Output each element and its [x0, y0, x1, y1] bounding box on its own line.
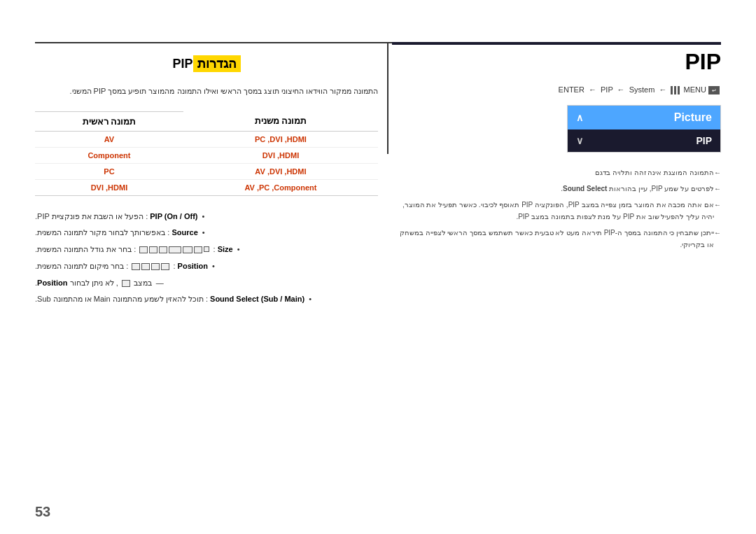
- size-icons: [139, 246, 209, 253]
- top-right-accent-line: [392, 42, 721, 45]
- bullet-text: Source : באפשרותך לבחור מקור לתמונה המשנ…: [35, 226, 198, 240]
- nav-arrow3: ←: [659, 85, 666, 94]
- mode-icon: [122, 280, 130, 287]
- keyword-size: Size: [218, 245, 233, 253]
- table-row: AV PC ,DVI ,HDMI: [35, 131, 378, 147]
- note-item: לפרטים על שמע PIP, עיין בהוראות Sound Se…: [392, 183, 721, 195]
- bullet-text: PIP (On / Off) : הפעל או השבת את פונקציי…: [35, 210, 198, 224]
- note-text-4: ייתכן שתבחין כי התמונה במסך ה-PIP תיראה …: [400, 229, 714, 248]
- mode-icons: [122, 280, 130, 287]
- table-col2-header: תמונה משנית: [183, 111, 378, 131]
- keyword-pip-onoff: PIP (On / Off): [150, 212, 197, 220]
- nav-system: System: [629, 85, 655, 94]
- bullet-point: •: [212, 260, 215, 274]
- pip-title-pip: PIP: [172, 57, 192, 71]
- table-cell: DVI ,HDMI: [183, 147, 378, 163]
- list-item: • PIP (On / Off) : הפעל או השבת את פונקצ…: [35, 210, 378, 224]
- menu-bar-1: [678, 86, 680, 94]
- table-cell: AV ,DVI ,HDMI: [183, 163, 378, 179]
- table-cell: PC: [35, 163, 183, 179]
- list-item: — במצב , לא ניתן לבחור Position.: [35, 276, 378, 290]
- bullet-point: •: [237, 243, 240, 257]
- note-text-3: אם אתה מכבה את המוצר בזמן צפייה במצב PIP…: [402, 201, 714, 220]
- position-icons: [132, 263, 169, 270]
- nav-pip: PIP: [601, 85, 613, 94]
- bullet-text: במצב , לא ניתן לבחור Position.: [35, 276, 152, 290]
- size-icon-7: [139, 246, 148, 253]
- nav-arrow1: ←: [589, 85, 596, 94]
- pip-title-hebrew: הגדרות: [193, 55, 241, 72]
- menu-icon: [671, 86, 680, 94]
- enter-icon: ↵: [708, 86, 720, 94]
- table-cell: PC ,DVI ,HDMI: [183, 131, 378, 147]
- keyword-source: Source: [172, 228, 197, 237]
- list-item: • Size : : בחר את גודל התמונה המשנית.: [35, 243, 378, 257]
- pos-icon-4: [132, 263, 140, 270]
- size-icon-xlarge: [169, 246, 181, 253]
- table-row: Component DVI ,HDMI: [35, 147, 378, 163]
- pos-icon-1: [161, 263, 169, 270]
- nav-breadcrumb: ↵ ENTER ← PIP ← System ← MENU: [392, 85, 721, 94]
- right-panel-title: PIP: [392, 49, 721, 75]
- chevron-up-icon: ∧: [576, 112, 583, 123]
- pip-settings-title: PIPהגדרות: [35, 56, 378, 71]
- note-text-1: התמונה המוצגת אינה זהה ותלויה בדגם: [595, 169, 714, 176]
- size-icon-large: [183, 246, 192, 253]
- pip-source-table: תמונה ראשית תמונה משנית AV PC ,DVI ,HDMI…: [35, 111, 378, 196]
- bullet-text: Size : : בחר את גודל התמונה המשנית.: [35, 243, 233, 257]
- pos-icon-2: [151, 263, 160, 270]
- table-cell: DVI ,HDMI: [35, 179, 183, 195]
- picture-menu-header: ∧ Picture: [568, 106, 720, 129]
- list-item: • Source : באפשרותך לבחור מקור לתמונה המ…: [35, 226, 378, 240]
- table-cell: Component: [35, 147, 183, 163]
- vertical-divider-line: [387, 42, 388, 154]
- nav-menu: MENU: [684, 85, 706, 94]
- nav-arrow2: ←: [617, 85, 625, 94]
- size-icon-medium: [194, 246, 202, 253]
- bullet-text: (Sub / Main) Sound Select : תוכל להאזין …: [35, 293, 304, 307]
- nav-enter: ENTER: [559, 85, 584, 94]
- pip-description: התמונה ממקור הווידאו החיצוני תוצג במסך ה…: [35, 85, 378, 97]
- menu-bar-3: [671, 86, 673, 94]
- picture-menu-box: ∧ Picture ∨ PIP: [567, 105, 721, 153]
- bullet-text: Position : : בחר מיקום לתמונה המשנית.: [35, 260, 208, 274]
- bullet-point: •: [202, 226, 205, 240]
- bullet-point: —: [156, 276, 164, 290]
- note-item: התמונה המוצגת אינה זהה ותלויה בדגם: [392, 167, 721, 178]
- keyword-sound-select: (Sub / Main) Sound Select: [210, 295, 304, 303]
- size-icon-5: [159, 246, 167, 253]
- table-row: PC AV ,DVI ,HDMI: [35, 163, 378, 179]
- pip-menu-item-label: PIP: [696, 135, 712, 146]
- pos-icon-3: [141, 263, 150, 270]
- note-item: אם אתה מכבה את המוצר בזמן צפייה במצב PIP…: [392, 199, 721, 223]
- bullet-point: •: [309, 293, 312, 307]
- list-item: • (Sub / Main) Sound Select : תוכל להאזי…: [35, 293, 378, 307]
- bullet-list: • PIP (On / Off) : הפעל או השבת את פונקצ…: [35, 210, 378, 307]
- chevron-down-icon: ∨: [576, 135, 583, 146]
- size-icon-small: [204, 246, 209, 252]
- sound-select-ref: Sound Select: [563, 185, 607, 192]
- right-panel: PIP ↵ ENTER ← PIP ← System ← MENU ∧ Pict…: [392, 49, 721, 499]
- bullet-point: •: [202, 210, 205, 224]
- size-icon-6: [149, 246, 158, 253]
- right-notes: התמונה המוצגת אינה זהה ותלויה בדגם לפרטי…: [392, 167, 721, 251]
- table-cell: AV ,PC ,Component: [183, 179, 378, 195]
- table-cell: AV: [35, 131, 183, 147]
- menu-bar-2: [674, 86, 676, 94]
- pip-menu-item[interactable]: ∨ PIP: [568, 129, 720, 152]
- page-number: 53: [35, 504, 50, 520]
- menu-header-label: Picture: [674, 111, 712, 124]
- keyword-position2: Position: [37, 279, 67, 287]
- keyword-position: Position: [178, 262, 208, 270]
- list-item: • Position : : בחר מיקום לתמונה המשנית.: [35, 260, 378, 274]
- table-row: DVI ,HDMI AV ,PC ,Component: [35, 179, 378, 195]
- left-panel: PIPהגדרות התמונה ממקור הווידאו החיצוני ת…: [35, 49, 378, 499]
- table-col1-header: תמונה ראשית: [35, 111, 183, 131]
- note-item: ייתכן שתבחין כי התמונה במסך ה-PIP תיראה …: [392, 227, 721, 251]
